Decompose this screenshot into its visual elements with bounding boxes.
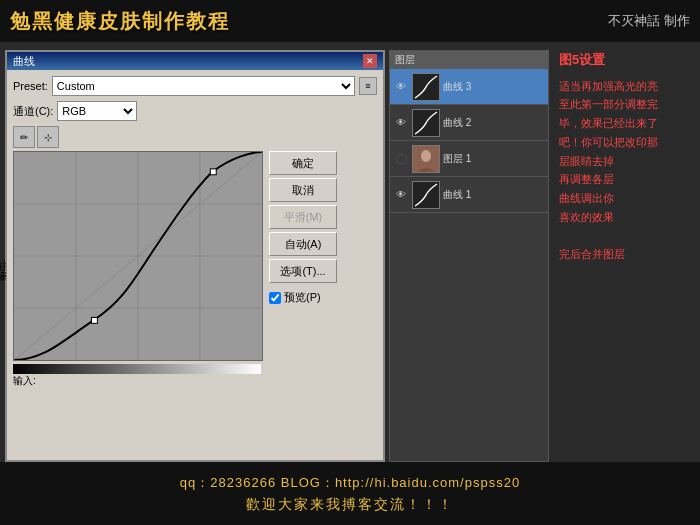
preset-icon-button[interactable]: ≡: [359, 77, 377, 95]
annotation-line7: 曲线调出你: [559, 189, 690, 208]
input-label: 输入:: [13, 374, 36, 388]
eye-icon-3[interactable]: 👁: [393, 187, 409, 203]
curve-area: 输出:: [13, 151, 377, 388]
eye-icon-1[interactable]: 👁: [393, 115, 409, 131]
preview-label: 预览(P): [284, 290, 321, 305]
dialog-title: 曲线: [13, 54, 35, 69]
main-area: 曲线 ✕ Preset: Custom ≡ 通道(C): RGB ✏: [0, 42, 700, 462]
auto-button[interactable]: 自动(A): [269, 232, 337, 256]
layer-name-0: 曲线 3: [443, 80, 545, 94]
layers-header: 图层: [390, 51, 548, 69]
dialog-titlebar: 曲线 ✕: [7, 52, 383, 70]
annotation-text: 适当再加强高光的亮 至此第一部分调整完 毕，效果已经出来了 吧！你可以把改印那 …: [559, 77, 690, 264]
header: 勉黑健康皮肤制作教程 不灭神話 制作: [0, 0, 700, 42]
layer-thumb-3: [412, 181, 440, 209]
annotation-line8: 喜欢的效果: [559, 208, 690, 227]
annotation-line2: 至此第一部分调整完: [559, 95, 690, 114]
preview-row: 预览(P): [269, 290, 337, 305]
layer-item-3[interactable]: 👁 曲线 1: [390, 177, 548, 213]
cancel-button[interactable]: 取消: [269, 178, 337, 202]
right-buttons: 确定 取消 平滑(M) 自动(A) 选项(T)... 预览(P): [263, 151, 337, 388]
annotation-line6: 再调整各层: [559, 170, 690, 189]
header-logo: 不灭神話 制作: [608, 12, 690, 30]
svg-point-13: [421, 150, 431, 162]
layers-title: 图层: [395, 53, 415, 67]
layer-thumb-1: [412, 109, 440, 137]
footer-line1: qq：28236266 BLOG：http://hi.baidu.com/psp…: [180, 474, 520, 492]
layer-item-1[interactable]: 👁 曲线 2: [390, 105, 548, 141]
layer-thumb-0: [412, 73, 440, 101]
preview-checkbox[interactable]: [269, 292, 281, 304]
channel-label: 通道(C):: [13, 104, 53, 119]
output-label: 输出:: [0, 258, 9, 281]
layer-item-0[interactable]: 👁 曲线 3: [390, 69, 548, 105]
preset-row: Preset: Custom ≡: [13, 76, 377, 96]
annotation-panel: 图5设置 适当再加强高光的亮 至此第一部分调整完 毕，效果已经出来了 吧！你可以…: [549, 42, 700, 462]
pencil-tool[interactable]: ✏: [13, 126, 35, 148]
preset-select[interactable]: Custom: [52, 76, 355, 96]
annotation-title: 图5设置: [559, 50, 690, 71]
dialog-close-button[interactable]: ✕: [363, 54, 377, 68]
annotation-line1: 适当再加强高光的亮: [559, 77, 690, 96]
preset-label: Preset:: [13, 80, 48, 92]
ok-button[interactable]: 确定: [269, 151, 337, 175]
footer-line2: 歡迎大家来我搏客交流！！！: [246, 496, 454, 514]
annotation-line3: 毕，效果已经出来了: [559, 114, 690, 133]
footer: qq：28236266 BLOG：http://hi.baidu.com/psp…: [0, 462, 700, 525]
channel-select[interactable]: RGB: [57, 101, 137, 121]
layer-thumb-2: [412, 145, 440, 173]
svg-rect-8: [91, 317, 97, 323]
channel-row: 通道(C): RGB: [13, 101, 377, 121]
curves-dialog: 曲线 ✕ Preset: Custom ≡ 通道(C): RGB ✏: [5, 50, 385, 462]
eye-icon-0[interactable]: 👁: [393, 79, 409, 95]
layer-name-3: 曲线 1: [443, 188, 545, 202]
smooth-button[interactable]: 平滑(M): [269, 205, 337, 229]
layers-panel: 图层 👁 曲线 3 👁 曲线 2 ◯: [389, 50, 549, 462]
svg-rect-9: [210, 169, 216, 175]
point-tool[interactable]: ⊹: [37, 126, 59, 148]
header-title: 勉黑健康皮肤制作教程: [10, 8, 230, 35]
options-button[interactable]: 选项(T)...: [269, 259, 337, 283]
input-gradient-bar: [13, 364, 261, 374]
eye-icon-2[interactable]: ◯: [393, 151, 409, 167]
layer-name-2: 图层 1: [443, 152, 545, 166]
annotation-line5: 层眼睛去掉: [559, 152, 690, 171]
curve-tools: ✏ ⊹: [13, 126, 377, 148]
curve-graph[interactable]: [13, 151, 263, 361]
annotation-line10: 完后合并图层: [559, 245, 690, 264]
annotation-line4: 吧！你可以把改印那: [559, 133, 690, 152]
layer-item-2[interactable]: ◯ 图层 1: [390, 141, 548, 177]
dialog-body: Preset: Custom ≡ 通道(C): RGB ✏ ⊹: [7, 70, 383, 394]
layer-name-1: 曲线 2: [443, 116, 545, 130]
